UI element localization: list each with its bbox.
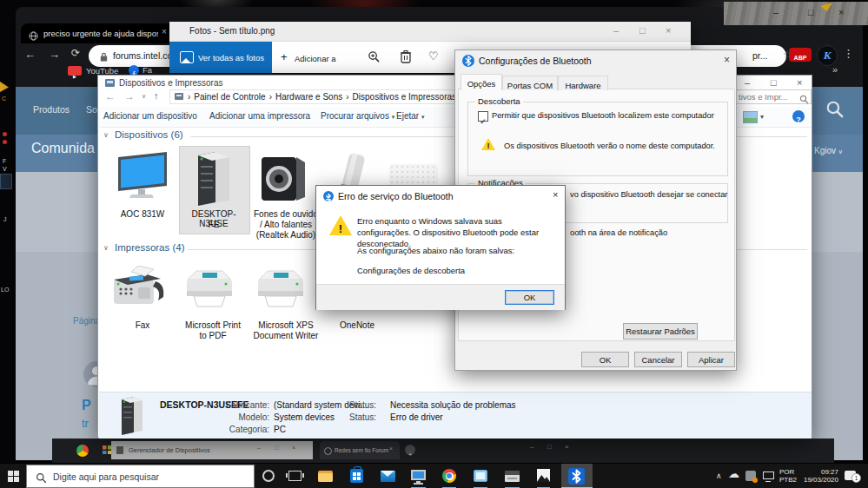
browser-reload-icon[interactable]: ⟳ — [71, 47, 80, 59]
notification-app-icon[interactable] — [745, 471, 756, 481]
cortana-icon[interactable] — [262, 470, 275, 482]
k-extension-icon[interactable]: K — [817, 45, 838, 66]
desktop-icon-fragment[interactable] — [0, 174, 12, 189]
breadcrumb-item[interactable]: Dispositivos e Impressoras — [353, 92, 456, 102]
cancel-button[interactable]: Cancelar — [634, 352, 682, 367]
browser-tab[interactable]: preciso urgente de ajuda disposi × — [21, 23, 177, 43]
close-icon[interactable]: × — [292, 445, 295, 451]
nav-up-icon[interactable]: ↑ — [154, 90, 159, 101]
allow-discovery-checkbox[interactable]: ✓ — [478, 111, 488, 122]
taskbar-search-input[interactable]: Digite aqui para pesquisar — [26, 465, 255, 488]
photos-titlebar[interactable]: Fotos - Sem título.png – □ × — [169, 22, 691, 42]
file-explorer-icon[interactable] — [318, 471, 333, 482]
allow-discovery-label[interactable]: Permitir que dispositivos Bluetooth loca… — [492, 111, 714, 120]
devices-printers-icon[interactable] — [505, 471, 520, 482]
tab-portas-com[interactable]: Portas COM — [502, 76, 558, 90]
action-center-icon[interactable]: 1 — [845, 471, 856, 480]
maximize-icon[interactable]: □ — [639, 25, 646, 36]
zoom-icon[interactable] — [368, 50, 381, 67]
onedrive-cloud-icon[interactable]: ☁ — [728, 470, 739, 478]
printer-label[interactable]: to PDF — [177, 331, 248, 340]
adblock-extension-icon[interactable]: ABP — [789, 48, 812, 62]
device-label[interactable]: FE — [178, 220, 249, 229]
minimize-icon[interactable]: – — [773, 7, 779, 17]
maximize-icon[interactable]: □ — [771, 77, 777, 88]
chrome-icon[interactable] — [442, 469, 456, 483]
bookmarks-overflow-icon[interactable]: » — [832, 64, 838, 75]
nav-forward-icon[interactable]: → — [124, 90, 135, 102]
close-icon[interactable]: × — [666, 25, 671, 36]
photos-app-icon[interactable] — [537, 469, 550, 482]
section-collapse-icon[interactable]: ∨ — [103, 131, 109, 139]
browser-back-icon[interactable]: ← — [24, 48, 36, 61]
desktop-icon-fragment[interactable] — [3, 132, 7, 136]
site-pagina-link[interactable]: Página — [73, 316, 100, 326]
eject-button[interactable]: Ejetar ▾ — [396, 111, 424, 121]
printer-icon[interactable] — [184, 269, 235, 314]
background-browser-tab[interactable]: Redes sem fio Forum × — [320, 441, 400, 459]
restore-defaults-button[interactable]: Restaurar Padrões — [623, 323, 698, 340]
tab-close-icon[interactable]: × — [162, 27, 167, 36]
section-collapse-icon[interactable]: ∨ — [103, 244, 109, 252]
browser-menu-icon[interactable]: ⋮ — [843, 47, 854, 60]
section-devices-header[interactable]: Dispositivos (6) — [115, 129, 183, 140]
close-icon[interactable]: × — [797, 77, 802, 88]
close-icon[interactable]: × — [565, 443, 569, 451]
monitor-icon[interactable] — [116, 151, 169, 205]
tab-hardware[interactable]: Hardware — [558, 76, 608, 90]
desktop-icon-fragment[interactable] — [3, 140, 7, 144]
printer-label[interactable]: Document Writer — [248, 331, 323, 340]
microsoft-store-icon[interactable] — [350, 469, 363, 483]
breadcrumb-item[interactable]: Hardware e Sons — [275, 92, 342, 102]
notify-option-text-fragment[interactable]: vo dispositivo Bluetooth desejar se cone… — [570, 190, 727, 199]
tab-close-icon[interactable]: × — [389, 445, 393, 452]
close-icon[interactable]: × — [838, 7, 844, 17]
network-icon[interactable] — [763, 472, 774, 479]
breadcrumb-item[interactable]: Painel de Controle — [194, 92, 265, 102]
browse-files-button[interactable]: Procurar arquivos ▾ — [321, 111, 394, 121]
printer-icon[interactable] — [255, 269, 306, 314]
device-label[interactable]: AOC 831W — [107, 209, 178, 219]
view-all-photos-button[interactable]: Ver todas as fotos — [169, 42, 272, 73]
view-options-icon[interactable] — [743, 111, 758, 123]
site-search-tile[interactable] — [808, 87, 863, 135]
clock[interactable]: 09:2719/03/2020 — [795, 468, 838, 484]
tray-expand-icon[interactable]: ∧ — [716, 472, 722, 480]
site-user-menu[interactable]: Kgiov ∨ — [814, 146, 843, 155]
fax-icon[interactable] — [112, 266, 168, 316]
close-icon[interactable]: × — [553, 189, 558, 200]
device-label[interactable]: Fones de ouvido — [250, 209, 321, 219]
maximize-icon[interactable]: □ — [547, 443, 552, 451]
language-indicator[interactable]: PORPTB2 — [779, 468, 797, 484]
device-manager-titlebar[interactable]: Gerenciador de Dispositivos – □ × — [111, 441, 313, 459]
nav-back-icon[interactable]: ← — [105, 90, 116, 102]
printer-label[interactable]: Microsoft XPS — [248, 320, 323, 330]
bluetooth-taskbar-tile[interactable] — [561, 464, 593, 488]
site-nav-produtos[interactable]: Produtos — [33, 104, 70, 115]
view-options-dropdown-icon[interactable]: ▾ — [760, 113, 764, 121]
ok-button[interactable]: OK — [505, 290, 554, 305]
task-view-icon[interactable] — [288, 471, 301, 481]
minimize-icon[interactable]: – — [613, 25, 619, 36]
start-button[interactable] — [0, 464, 26, 488]
tray-icon-option-text-fragment[interactable]: ooth na área de notificação — [570, 228, 667, 237]
printer-label[interactable]: OneNote — [321, 320, 393, 330]
close-icon[interactable]: × — [724, 54, 730, 66]
section-printers-header[interactable]: Impressoras (4) — [115, 242, 185, 253]
tab-opcoes[interactable]: Opções — [461, 74, 502, 90]
minimize-icon[interactable]: – — [745, 77, 750, 88]
device-tile-faint[interactable] — [389, 164, 438, 187]
search-input[interactable]: tivos e Impr... — [733, 89, 812, 104]
browser-forward-icon[interactable]: → — [49, 48, 60, 61]
minimize-icon[interactable]: – — [530, 443, 533, 451]
favorite-heart-icon[interactable]: ♡ — [428, 49, 439, 63]
maximize-icon[interactable]: □ — [808, 7, 814, 17]
ok-button[interactable]: OK — [581, 352, 629, 367]
apply-button[interactable]: Aplicar — [687, 352, 735, 367]
minimize-icon[interactable]: – — [257, 445, 261, 451]
computer-tower-icon[interactable] — [195, 150, 233, 211]
printer-label[interactable]: Fax — [107, 320, 178, 330]
device-label[interactable]: / Alto falantes — [250, 220, 321, 229]
delete-icon[interactable] — [400, 49, 412, 67]
site-nav-so[interactable]: So — [86, 104, 97, 115]
